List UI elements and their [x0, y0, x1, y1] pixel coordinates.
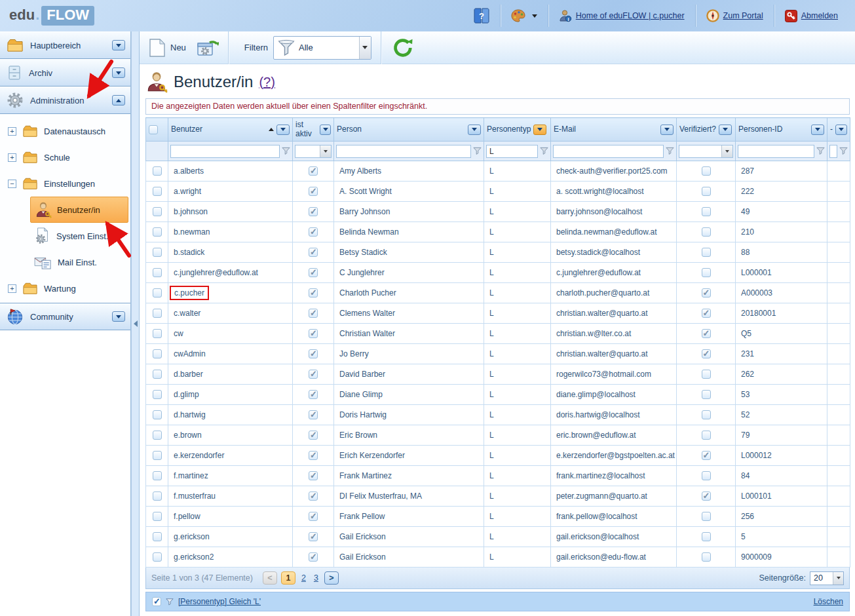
verifiziert-checkbox[interactable]	[702, 248, 711, 257]
row-select-checkbox[interactable]	[153, 370, 162, 379]
ist-aktiv-checkbox[interactable]	[309, 471, 318, 480]
chevron-down-icon[interactable]	[112, 311, 125, 322]
verifiziert-checkbox[interactable]	[702, 410, 711, 419]
funnel-icon[interactable]	[540, 147, 548, 155]
reset-layout-button[interactable]	[191, 35, 224, 61]
column-header-benutzer[interactable]: Benutzer	[171, 125, 202, 134]
portal-link[interactable]: Zum Portal	[723, 11, 763, 20]
ist-aktiv-checkbox[interactable]	[309, 349, 318, 358]
row-select-checkbox[interactable]	[153, 329, 162, 338]
ist-aktiv-checkbox[interactable]	[309, 166, 318, 176]
table-row[interactable]: e.kerzendorfer Erich Kerzendorfer L e.ke…	[146, 446, 850, 466]
column-menu-icon[interactable]	[811, 125, 824, 135]
filter-select-ist-aktiv[interactable]	[295, 145, 332, 158]
next-page-button[interactable]: >	[324, 571, 339, 585]
column-header-dash[interactable]: -	[830, 125, 833, 134]
tree-item-mail-einst[interactable]: Mail Einst.	[30, 249, 130, 275]
pagesize-select[interactable]: 20	[810, 571, 844, 585]
row-select-checkbox[interactable]	[153, 309, 162, 318]
sidebar-item-archiv[interactable]: Archiv	[0, 59, 130, 87]
table-row[interactable]: c.pucher Charloth Pucher L charloth.puch…	[146, 283, 850, 303]
column-menu-icon[interactable]	[719, 125, 732, 135]
row-select-checkbox[interactable]	[153, 471, 162, 480]
table-row[interactable]: g.erickson2 Gail Erickson L gail.erickso…	[146, 547, 850, 568]
row-select-checkbox[interactable]	[153, 552, 162, 562]
filter-condition-link[interactable]: [Personentyp] Gleich 'L'	[178, 597, 261, 606]
row-select-checkbox[interactable]	[153, 349, 162, 358]
column-menu-icon[interactable]	[276, 125, 290, 135]
filter-select-verifiziert[interactable]	[679, 145, 733, 158]
funnel-icon[interactable]	[473, 147, 482, 155]
column-header-verifiziert[interactable]: Verifiziert?	[679, 125, 716, 134]
funnel-icon[interactable]	[666, 147, 674, 155]
funnel-icon[interactable]	[816, 147, 825, 155]
verifiziert-checkbox[interactable]	[702, 166, 711, 176]
chevron-down-icon[interactable]	[112, 67, 125, 78]
ist-aktiv-checkbox[interactable]	[309, 431, 318, 440]
filter-input-personen-id[interactable]	[738, 145, 814, 158]
page-help-link[interactable]: (?)	[259, 75, 275, 90]
verifiziert-checkbox[interactable]	[702, 370, 711, 379]
table-row[interactable]: f.pellow Frank Pellow L frank.pellow@loc…	[146, 507, 850, 527]
select-all-checkbox[interactable]	[149, 125, 158, 134]
row-select-checkbox[interactable]	[153, 166, 162, 176]
verifiziert-checkbox[interactable]	[702, 227, 711, 237]
table-row[interactable]: a.alberts Amy Alberts L check-auth@verif…	[146, 161, 850, 182]
prev-page-button[interactable]: <	[263, 571, 277, 585]
column-header-person[interactable]: Person	[337, 125, 362, 134]
column-header-personentyp[interactable]: Personentyp	[487, 125, 531, 134]
filter-input-person[interactable]	[336, 145, 471, 158]
verifiziert-checkbox[interactable]	[702, 552, 711, 562]
ist-aktiv-checkbox[interactable]	[309, 512, 318, 521]
sidebar-item-hauptbereich[interactable]: Hauptbereich	[0, 31, 130, 59]
column-menu-icon[interactable]	[468, 125, 481, 135]
table-row[interactable]: d.hartwig Doris Hartwig L doris.hartwig@…	[146, 405, 850, 425]
filter-input-email[interactable]	[553, 145, 664, 158]
verifiziert-checkbox[interactable]	[702, 349, 711, 358]
table-row[interactable]: c.walter Clemens Walter L christian.walt…	[146, 303, 850, 324]
verifiziert-checkbox[interactable]	[702, 512, 711, 521]
table-row[interactable]: g.erickson Gail Erickson L gail.erickson…	[146, 527, 850, 547]
collapse-minus-icon[interactable]: −	[8, 180, 16, 188]
funnel-icon[interactable]	[282, 147, 290, 155]
verifiziert-checkbox[interactable]	[702, 491, 711, 501]
verifiziert-checkbox[interactable]	[702, 451, 711, 460]
table-row[interactable]: b.johnson Barry Johnson L barry.johnson@…	[146, 202, 850, 222]
tree-item-wartung[interactable]: + Wartung	[0, 275, 130, 301]
table-row[interactable]: b.newman Belinda Newman L belinda.newman…	[146, 222, 850, 242]
page-3-link[interactable]: 3	[314, 573, 318, 583]
tree-item-datenaustausch[interactable]: + Datenaustausch	[0, 118, 130, 144]
verifiziert-checkbox[interactable]	[702, 532, 711, 541]
chevron-down-icon[interactable]	[112, 40, 125, 50]
tree-item-system-einst[interactable]: System Einst.	[30, 223, 130, 249]
column-header-personen-id[interactable]: Personen-ID	[738, 125, 782, 134]
home-account-link[interactable]: Home of eduFLOW | c.pucher	[576, 11, 685, 20]
row-select-checkbox[interactable]	[153, 227, 162, 237]
expand-plus-icon[interactable]: +	[8, 153, 16, 162]
column-header-ist-aktiv[interactable]: ist aktiv	[295, 121, 317, 138]
row-select-checkbox[interactable]	[153, 288, 162, 298]
ist-aktiv-checkbox[interactable]	[309, 268, 318, 277]
help-book-icon[interactable]: ?	[474, 7, 489, 24]
row-select-checkbox[interactable]	[153, 187, 162, 196]
ist-aktiv-checkbox[interactable]	[309, 552, 318, 562]
verifiziert-checkbox[interactable]	[702, 288, 711, 298]
pagesize-dropdown-button[interactable]	[833, 572, 843, 585]
verifiziert-checkbox[interactable]	[702, 207, 711, 216]
row-select-checkbox[interactable]	[153, 390, 162, 399]
row-select-checkbox[interactable]	[153, 532, 162, 541]
table-row[interactable]: d.glimp Diane Glimp L diane.glimp@localh…	[146, 385, 850, 405]
verifiziert-checkbox[interactable]	[702, 309, 711, 318]
verifiziert-checkbox[interactable]	[702, 268, 711, 277]
filter-input-dash[interactable]	[829, 145, 837, 158]
filter-input-personentyp[interactable]	[486, 145, 538, 158]
tree-item-einstellungen[interactable]: − Einstellungen	[0, 170, 130, 197]
row-select-checkbox[interactable]	[153, 431, 162, 440]
table-row[interactable]: f.martinez Frank Martinez L frank.martin…	[146, 466, 850, 486]
column-menu-active-icon[interactable]	[533, 125, 546, 135]
row-select-checkbox[interactable]	[153, 491, 162, 501]
refresh-button[interactable]	[385, 34, 418, 62]
ist-aktiv-checkbox[interactable]	[309, 309, 318, 318]
table-row[interactable]: d.barber David Barber L rogerwilco73@hot…	[146, 364, 850, 385]
row-select-checkbox[interactable]	[153, 207, 162, 216]
